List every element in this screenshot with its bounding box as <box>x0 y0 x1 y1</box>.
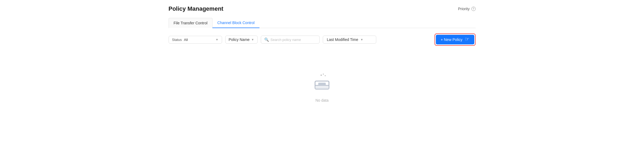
tab-file-transfer[interactable]: File Transfer Control <box>169 18 213 28</box>
priority-help-icon[interactable]: ? <box>471 7 476 11</box>
new-policy-btn-wrapper: + New Policy ☞ <box>434 33 475 46</box>
header-row: Policy Management Priority ? <box>169 5 476 12</box>
no-data-illustration <box>311 72 333 94</box>
page-title: Policy Management <box>169 5 223 12</box>
tab-channel-block[interactable]: Channel Block Control <box>212 18 259 28</box>
status-value: All <box>184 38 213 42</box>
svg-rect-6 <box>318 83 326 85</box>
svg-point-0 <box>321 75 322 76</box>
tab-file-transfer-label: File Transfer Control <box>174 21 208 25</box>
empty-icon <box>311 72 333 94</box>
tab-channel-block-label: Channel Block Control <box>217 21 254 25</box>
status-label: Status <box>172 38 182 42</box>
svg-point-1 <box>323 74 324 75</box>
policy-name-filter[interactable]: Policy Name ▼ <box>225 36 258 44</box>
cursor-icon: ☞ <box>465 36 470 42</box>
svg-point-2 <box>325 75 326 76</box>
priority-area: Priority ? <box>458 7 476 11</box>
last-modified-label: Last Modified Time <box>327 37 358 42</box>
svg-rect-4 <box>315 85 329 89</box>
priority-label: Priority <box>458 7 470 11</box>
policy-name-label: Policy Name <box>229 37 250 42</box>
status-filter[interactable]: Status All ▼ <box>169 36 222 44</box>
chevron-down-icon-date: ▼ <box>360 38 363 41</box>
new-policy-label: + New Policy <box>441 37 462 42</box>
chevron-down-icon: ▼ <box>216 38 219 41</box>
search-input[interactable] <box>270 38 316 42</box>
chevron-down-icon-policy: ▼ <box>251 38 254 41</box>
search-area: 🔍 <box>261 36 320 44</box>
no-data-text: No data <box>315 98 328 102</box>
filters-row: Status All ▼ Policy Name ▼ 🔍 Last Modifi… <box>169 33 476 46</box>
search-icon: 🔍 <box>264 37 269 42</box>
tabs-row: File Transfer Control Channel Block Cont… <box>169 18 476 28</box>
empty-state: No data <box>169 56 476 113</box>
date-filter[interactable]: Last Modified Time ▼ <box>323 36 376 44</box>
new-policy-button[interactable]: + New Policy ☞ <box>436 35 474 44</box>
